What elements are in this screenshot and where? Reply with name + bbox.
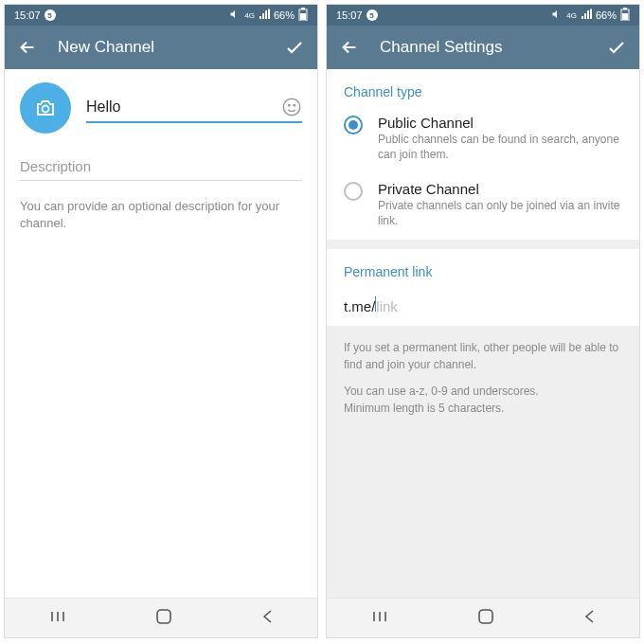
option-private-channel[interactable]: Private Channel Private channels can onl… (327, 173, 639, 240)
svg-rect-1 (301, 8, 305, 9)
status-time: 15:07 (336, 9, 363, 21)
svg-rect-13 (622, 13, 628, 20)
link-info: If you set a permanent link, other peopl… (327, 326, 639, 430)
status-bar: 15:07 5 4G 66% (5, 5, 317, 26)
svg-rect-2 (300, 13, 306, 20)
svg-rect-10 (157, 610, 170, 623)
content-area: Channel type Public Channel Public chann… (327, 69, 639, 598)
description-field[interactable]: Description (20, 158, 302, 181)
screen-channel-settings: 15:07 5 4G 66% Channel Settings Cha (326, 4, 640, 638)
radio-icon (344, 116, 363, 134)
recent-apps-icon[interactable] (48, 610, 67, 627)
option-title: Public Channel (378, 115, 622, 131)
set-photo-button[interactable] (20, 82, 71, 134)
status-time: 15:07 (14, 9, 41, 21)
info-text: Minimum length is 5 characters. (344, 402, 504, 415)
info-text: If you set a permanent link, other peopl… (344, 339, 622, 373)
network-icon: 4G (566, 11, 577, 20)
channel-type-header: Channel type (327, 69, 639, 107)
confirm-icon[interactable] (283, 36, 306, 59)
camera-icon (34, 97, 57, 119)
back-icon[interactable] (16, 36, 39, 59)
channel-name-input[interactable] (86, 93, 302, 123)
emoji-icon[interactable] (281, 97, 302, 117)
svg-rect-17 (479, 610, 492, 623)
link-input[interactable] (376, 298, 622, 314)
mute-icon (229, 9, 241, 22)
section-divider (327, 240, 639, 249)
option-title: Private Channel (378, 181, 622, 197)
network-icon: 4G (244, 11, 255, 20)
svg-point-5 (289, 104, 290, 105)
svg-point-4 (283, 98, 299, 115)
info-text: You can use a-z, 0-9 and underscores. (344, 385, 539, 398)
screen-new-channel: 15:07 5 4G 66% New Channel (4, 4, 318, 638)
app-bar: New Channel (5, 26, 317, 69)
battery-icon (298, 8, 308, 23)
mute-icon (551, 9, 563, 22)
radio-icon (344, 182, 363, 201)
battery-text: 66% (596, 9, 617, 21)
description-hint: You can provide an optional description … (5, 188, 317, 232)
notification-badge: 5 (367, 9, 378, 21)
android-navbar (327, 598, 639, 637)
svg-rect-12 (623, 8, 627, 9)
recent-apps-icon[interactable] (370, 610, 389, 627)
back-nav-icon[interactable] (260, 609, 274, 628)
back-nav-icon[interactable] (582, 609, 596, 628)
battery-icon (620, 8, 630, 23)
permanent-link-field[interactable]: t.me/ (327, 287, 639, 326)
svg-point-3 (43, 106, 49, 113)
battery-text: 66% (274, 9, 295, 21)
signal-icon (581, 9, 592, 22)
link-prefix: t.me/ (344, 298, 375, 314)
android-navbar (5, 598, 317, 637)
back-icon[interactable] (338, 36, 361, 59)
home-icon[interactable] (155, 608, 172, 629)
app-bar: Channel Settings (327, 26, 639, 69)
permanent-link-header: Permanent link (327, 249, 639, 287)
status-bar: 15:07 5 4G 66% (327, 5, 639, 26)
option-public-channel[interactable]: Public Channel Public channels can be fo… (327, 107, 639, 173)
option-subtitle: Public channels can be found in search, … (378, 133, 622, 162)
notification-badge: 5 (45, 9, 56, 21)
page-title: Channel Settings (380, 38, 605, 57)
svg-point-6 (294, 104, 295, 105)
content-area: Description You can provide an optional … (5, 69, 317, 598)
option-subtitle: Private channels can only be joined via … (378, 199, 622, 228)
confirm-icon[interactable] (605, 36, 628, 59)
home-icon[interactable] (477, 608, 494, 629)
page-title: New Channel (58, 38, 283, 57)
signal-icon (259, 9, 270, 22)
